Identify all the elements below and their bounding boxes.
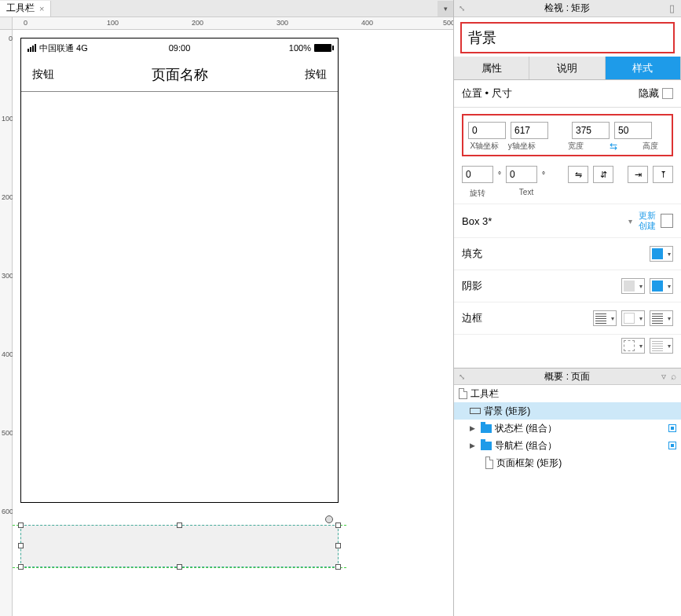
inspector-tabs: 属性 说明 样式 bbox=[454, 57, 681, 80]
visibility-marker[interactable] bbox=[668, 424, 676, 432]
hide-label: 隐藏 bbox=[639, 86, 659, 101]
outline-status[interactable]: ▶ 状态栏 (组合） bbox=[454, 420, 681, 437]
search-icon[interactable]: ⌕ bbox=[671, 371, 676, 382]
outline-label: 状态栏 (组合） bbox=[495, 422, 557, 435]
create-style-link[interactable]: 创建 bbox=[639, 221, 656, 231]
nav-bar: 按钮 页面名称 按钮 bbox=[21, 57, 338, 92]
status-time: 09:00 bbox=[169, 43, 191, 53]
fill-label: 填充 bbox=[462, 247, 645, 261]
update-style-link[interactable]: 更新 bbox=[639, 211, 656, 221]
resize-handle[interactable] bbox=[177, 522, 182, 528]
style-name[interactable]: Box 3* bbox=[462, 215, 628, 227]
resize-handle[interactable] bbox=[335, 543, 341, 548]
nav-left-button[interactable]: 按钮 bbox=[32, 68, 54, 82]
position-size-label: 位置 • 尺寸 bbox=[462, 86, 512, 101]
tab-properties[interactable]: 属性 bbox=[454, 57, 529, 79]
collapse-icon[interactable]: ⤡ bbox=[459, 372, 465, 381]
y-input[interactable] bbox=[511, 122, 548, 139]
border-style-button[interactable]: ▾ bbox=[650, 310, 673, 326]
hide-checkbox[interactable] bbox=[662, 88, 673, 99]
border-label: 边框 bbox=[462, 311, 588, 325]
rotation-row: ° ° ⇋ ⇵ ⇥ ⤒ bbox=[462, 166, 673, 183]
fit-height-icon[interactable]: ⤒ bbox=[653, 166, 673, 183]
resize-handle[interactable] bbox=[335, 522, 341, 528]
style-selector-row: Box 3* ▾ 更新 创建 bbox=[454, 204, 681, 237]
tab-dropdown[interactable]: ▾ bbox=[438, 1, 453, 16]
outline-label: 背景 (矩形) bbox=[484, 405, 530, 418]
selected-bg-rect[interactable] bbox=[20, 525, 339, 567]
filter-icon[interactable]: ▿ bbox=[661, 371, 666, 382]
signal-icon bbox=[27, 44, 36, 52]
flip-h-icon[interactable]: ⇋ bbox=[568, 166, 588, 183]
resize-handle[interactable] bbox=[335, 564, 341, 570]
inspector-header: ⤡ 检视 : 矩形 ▯ bbox=[454, 0, 681, 17]
dimensions-box: X轴坐标 y轴坐标 宽度 ⇆ 高度 bbox=[462, 114, 673, 156]
shadow-label: 阴影 bbox=[462, 279, 617, 293]
outline-label: 工具栏 bbox=[470, 387, 499, 401]
shadow-outer-button[interactable]: ▾ bbox=[621, 278, 645, 294]
nav-right-button[interactable]: 按钮 bbox=[305, 68, 327, 82]
resize-handle[interactable] bbox=[18, 564, 24, 570]
resize-handle[interactable] bbox=[18, 522, 24, 528]
rotation-input[interactable] bbox=[462, 166, 493, 183]
tab-title: 工具栏 bbox=[6, 2, 35, 15]
tab-style[interactable]: 样式 bbox=[606, 57, 681, 79]
nav-title: 页面名称 bbox=[152, 65, 208, 84]
outline-tree: 工具栏 背景 (矩形) ▶ 状态栏 (组合） ▶ 导航栏 (组合） 页面框架 (… bbox=[454, 385, 681, 616]
x-input[interactable] bbox=[468, 122, 506, 139]
border-color-button[interactable]: ▾ bbox=[621, 310, 645, 326]
page-icon bbox=[459, 388, 467, 399]
position-size-section: 位置 • 尺寸 隐藏 bbox=[454, 80, 681, 108]
y-label: y轴坐标 bbox=[505, 141, 537, 152]
x-label: X轴坐标 bbox=[468, 141, 500, 152]
battery-icon bbox=[314, 44, 331, 52]
inspector-panel: ⤡ 检视 : 矩形 ▯ 背景 属性 说明 样式 位置 • 尺寸 隐藏 X轴坐标 … bbox=[453, 0, 681, 616]
tab-notes[interactable]: 说明 bbox=[529, 57, 605, 79]
outline-label: 页面框架 (矩形) bbox=[496, 456, 562, 470]
fit-width-icon[interactable]: ⇥ bbox=[628, 166, 648, 183]
rotation-label: 旋转 bbox=[462, 188, 493, 199]
resize-handle[interactable] bbox=[18, 543, 24, 548]
shadow-inner-button[interactable]: ▾ bbox=[650, 278, 673, 294]
fill-color-button[interactable]: ▾ bbox=[650, 246, 673, 262]
chevron-down-icon[interactable]: ▾ bbox=[628, 217, 632, 226]
border-visibility-button[interactable]: ▾ bbox=[650, 338, 673, 354]
fill-row: 填充 ▾ bbox=[454, 237, 681, 270]
expand-icon[interactable]: ▶ bbox=[470, 442, 478, 449]
height-input[interactable] bbox=[614, 122, 652, 139]
phone-frame[interactable]: 中国联通 4G 09:00 100% 按钮 页面名称 按钮 bbox=[20, 38, 339, 503]
link-wh-icon[interactable]: ⇆ bbox=[597, 141, 629, 152]
carrier-label: 中国联通 4G bbox=[39, 42, 88, 54]
outline-page[interactable]: 工具栏 bbox=[454, 385, 681, 402]
border-width-button[interactable]: ▾ bbox=[593, 310, 617, 326]
resize-handle[interactable] bbox=[177, 564, 182, 570]
document-tab[interactable]: 工具栏 × bbox=[0, 1, 51, 16]
rect-icon bbox=[485, 456, 493, 469]
expand-icon[interactable]: ▶ bbox=[470, 424, 478, 432]
element-name-field[interactable]: 背景 bbox=[460, 22, 675, 53]
doc-icon[interactable] bbox=[661, 214, 673, 228]
text-rotation-input[interactable] bbox=[506, 166, 537, 183]
close-icon[interactable]: × bbox=[39, 4, 44, 13]
page-icon[interactable]: ▯ bbox=[669, 2, 675, 14]
width-label: 宽度 bbox=[560, 141, 592, 152]
height-label: 高度 bbox=[635, 141, 667, 152]
shadow-row: 阴影 ▾ ▾ bbox=[454, 270, 681, 302]
horizontal-ruler: 0 100 200 300 400 500 bbox=[13, 17, 453, 30]
corner-radius-button[interactable]: ▾ bbox=[621, 338, 645, 354]
visibility-marker[interactable] bbox=[668, 442, 676, 449]
outline-label: 导航栏 (组合） bbox=[495, 439, 557, 453]
flip-v-icon[interactable]: ⇵ bbox=[593, 166, 613, 183]
outline-bg[interactable]: 背景 (矩形) bbox=[454, 402, 681, 420]
collapse-icon[interactable]: ⤡ bbox=[459, 4, 465, 13]
document-tab-bar: 工具栏 × ▾ bbox=[0, 0, 453, 17]
anchor-handle[interactable] bbox=[325, 515, 333, 523]
vertical-ruler: 0 100 200 300 400 500 600 bbox=[0, 30, 13, 616]
rect-icon bbox=[470, 408, 481, 414]
inspector-title: 检视 : 矩形 bbox=[544, 2, 590, 15]
text-rot-label: Text bbox=[511, 188, 542, 199]
design-canvas[interactable]: 中国联通 4G 09:00 100% 按钮 页面名称 按钮 bbox=[13, 30, 453, 616]
width-input[interactable] bbox=[572, 122, 610, 139]
outline-frame[interactable]: 页面框架 (矩形) bbox=[454, 454, 681, 471]
outline-nav[interactable]: ▶ 导航栏 (组合） bbox=[454, 437, 681, 454]
